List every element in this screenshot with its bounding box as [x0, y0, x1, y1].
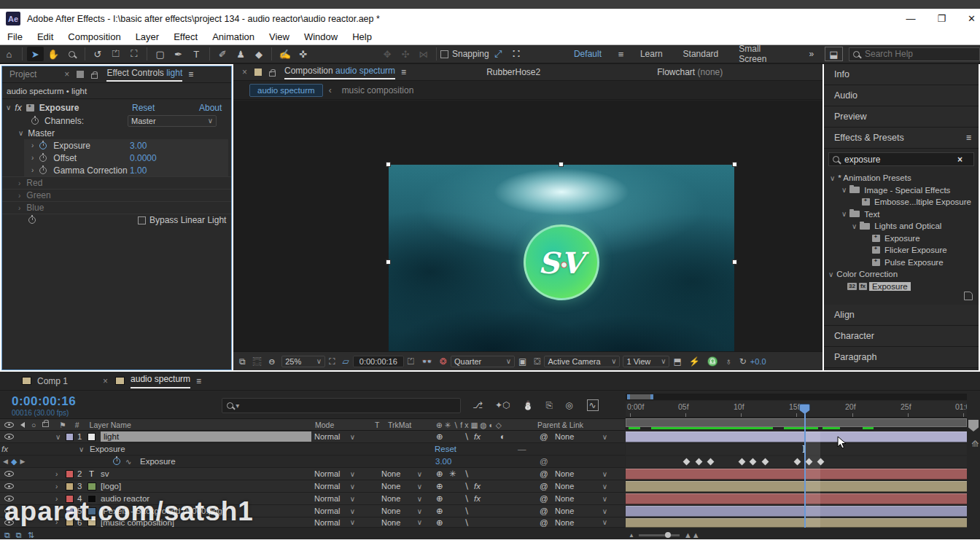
collapse-switch-icon[interactable]: ⊕	[436, 481, 443, 491]
camera-tool-icon[interactable]: ⏍	[107, 47, 124, 61]
workspace-small-screen[interactable]: Small Screen	[728, 44, 798, 64]
parent-link-column-label[interactable]: Parent & Link	[537, 421, 583, 429]
timeline-search-box[interactable]: ▾	[222, 398, 461, 413]
exposure-prop-value[interactable]: 3.00	[130, 141, 147, 151]
share-frame-icon[interactable]: ꙫ	[269, 356, 276, 367]
zoom-tool-icon[interactable]	[63, 47, 80, 61]
layer-name[interactable]: [logo]	[101, 482, 121, 491]
property-value[interactable]: 3.00	[435, 457, 451, 466]
tree-image-special-effects[interactable]: ∨Image - Special Effects	[824, 184, 979, 197]
eye-icon[interactable]	[4, 434, 14, 439]
anchor-point-icon[interactable]	[561, 262, 567, 268]
tree-embossed-multiple-exposure[interactable]: Embosse...ltiple Exposure	[824, 196, 979, 208]
keyframe-indicator-icon[interactable]: ◆	[11, 457, 17, 466]
clone-stamp-tool-icon[interactable]: ♟	[233, 47, 249, 61]
label-swatch[interactable]	[66, 470, 74, 478]
collapse-switch-icon[interactable]: ⊕	[436, 431, 443, 442]
layer-twirl-caret[interactable]: ∨	[55, 433, 61, 441]
menu-animation[interactable]: Animation	[205, 30, 262, 44]
layer-row-logo[interactable]: › 3 [logo] Normal∨ None∨ ⊕ ∖ fx @ None∨	[0, 480, 625, 493]
green-group-caret[interactable]: ›	[18, 192, 20, 200]
blend-mode-dropdown[interactable]: Normal∨	[312, 507, 357, 515]
zoom-slider-track[interactable]	[639, 534, 680, 536]
effect-collapse-caret[interactable]: ∨	[6, 103, 11, 112]
collapse-switch-icon[interactable]: ⊕	[436, 517, 443, 528]
selection-tool-icon[interactable]: ➤	[27, 47, 44, 61]
quality-switch-icon[interactable]: ∖	[464, 506, 469, 516]
panel-effects-presets[interactable]: Effects & Presets ≡	[824, 128, 979, 149]
eye-icon[interactable]	[4, 471, 14, 477]
snap-options-icon[interactable]: ⤢	[490, 47, 507, 61]
magnification-dropdown[interactable]: 25%∨	[281, 356, 325, 367]
layer-name[interactable]: sv	[101, 469, 109, 478]
master-group-caret[interactable]: ∨	[18, 129, 23, 137]
workspace-standard[interactable]: Standard	[673, 49, 729, 59]
collapse-switch-icon[interactable]: ⊕	[436, 469, 443, 479]
layer-name[interactable]: light	[101, 431, 311, 442]
parent-dropdown[interactable]: None∨	[553, 469, 610, 478]
quality-switch-icon[interactable]: ∖	[464, 517, 469, 528]
workspace-default[interactable]: Default	[564, 49, 612, 59]
crumb-parent-comp[interactable]: music composition	[342, 85, 414, 95]
keyframe-icon[interactable]	[696, 458, 703, 466]
keyframe-icon[interactable]	[750, 458, 757, 466]
gamma-stopwatch-icon[interactable]	[39, 167, 47, 174]
parent-pickwhip-icon[interactable]: @	[540, 494, 548, 503]
composition-mini-flowchart-icon[interactable]: ⎇	[472, 400, 483, 410]
channels-dropdown[interactable]: Master∨	[128, 115, 217, 127]
trkmat-dropdown[interactable]: None∨	[379, 507, 424, 515]
current-time-display[interactable]: 0:00:00:16	[12, 394, 76, 409]
home-tool-icon[interactable]: ⌂	[1, 47, 18, 61]
workspace-learn[interactable]: Learn	[630, 49, 673, 59]
panel-paragraph[interactable]: Paragraph	[824, 347, 979, 368]
fx-switch-icon[interactable]: fx	[474, 482, 481, 491]
red-group-caret[interactable]: ›	[18, 179, 20, 187]
tab-audio-specturm[interactable]: audio specturm	[131, 374, 190, 388]
next-keyframe-icon[interactable]: ▶	[20, 458, 25, 465]
restore-button[interactable]: ❐	[937, 13, 946, 24]
shape-tool-icon[interactable]: ▢	[152, 47, 168, 61]
tree-color-correction[interactable]: ∨Color Correction	[824, 268, 979, 281]
property-stopwatch-icon[interactable]	[113, 458, 120, 465]
tab-rubberhose[interactable]: RubberHose2	[486, 67, 540, 77]
menu-window[interactable]: Window	[297, 30, 345, 44]
panel-preview[interactable]: Preview	[824, 106, 979, 128]
layer-bar-music-composition[interactable]	[626, 518, 967, 528]
playhead-line[interactable]	[804, 413, 806, 528]
fast-previews-icon[interactable]: ⚡	[689, 356, 700, 367]
panel-align[interactable]: Align	[824, 305, 979, 326]
crumb-active-comp[interactable]: audio specturm	[249, 84, 323, 97]
fx-badge-icon[interactable]: fx	[15, 103, 21, 113]
blend-mode-dropdown[interactable]: Normal∨	[312, 432, 357, 441]
effects-presets-search-input[interactable]	[844, 155, 957, 165]
trkmat-column-label[interactable]: TrkMat	[388, 421, 411, 429]
workspace-overflow-chevron[interactable]: »	[798, 49, 824, 59]
help-search-input[interactable]	[865, 49, 974, 59]
composition-frame[interactable]: SV	[389, 165, 734, 359]
offset-expand-caret[interactable]: ›	[31, 154, 34, 162]
panel-menu-icon[interactable]: ≡	[188, 69, 193, 79]
label-swatch[interactable]	[66, 482, 74, 491]
region-of-interest-icon[interactable]: ⛶	[329, 356, 335, 367]
roto-brush-tool-icon[interactable]: ✍	[276, 47, 293, 61]
snap-features-icon[interactable]: ⛚	[508, 47, 525, 61]
menu-help[interactable]: Help	[345, 30, 379, 44]
zoom-out-mountain-icon[interactable]: ▲	[629, 532, 634, 539]
minimize-button[interactable]: —	[906, 13, 915, 24]
parent-pickwhip-icon[interactable]: @	[540, 518, 548, 527]
keyframe-icon[interactable]	[739, 458, 746, 466]
tree-pulse-exposure[interactable]: Pulse Exposure	[824, 257, 979, 269]
selection-handle[interactable]	[386, 259, 391, 265]
effects-presets-menu-icon[interactable]: ≡	[966, 133, 971, 143]
parent-pickwhip-icon[interactable]: @	[540, 432, 548, 441]
trkmat-dropdown[interactable]: None∨	[379, 518, 424, 527]
parent-dropdown[interactable]: None∨	[553, 432, 610, 441]
clear-search-icon[interactable]: ×	[957, 155, 962, 165]
expression-pickwhip-icon[interactable]: @	[540, 457, 548, 466]
tab-project[interactable]: Project	[9, 69, 36, 79]
layer-row-light[interactable]: ∨ 1 light Normal∨ ⊕ ∖ fx ◐ @ None∨	[0, 431, 625, 443]
main-display-icon[interactable]: ⿴	[253, 355, 262, 367]
menu-effect[interactable]: Effect	[166, 30, 205, 44]
bypass-stopwatch-icon[interactable]	[28, 216, 36, 224]
snapshot-icon[interactable]: ⏍	[408, 356, 414, 367]
